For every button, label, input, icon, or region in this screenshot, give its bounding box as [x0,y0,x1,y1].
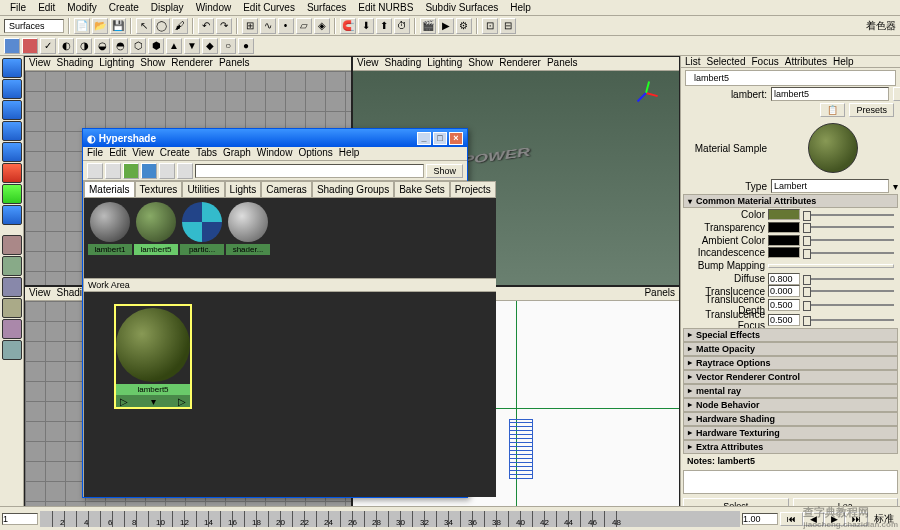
redo-icon[interactable]: ↷ [216,18,232,34]
section-common-material[interactable]: Common Material Attributes [683,194,898,208]
hs-mat-lambert1[interactable]: lambert1 [88,202,132,274]
open-scene-icon[interactable]: 📂 [92,18,108,34]
translucence-depth-slider[interactable] [803,304,894,306]
render-globals-icon[interactable]: ⚙ [456,18,472,34]
diffuse-field[interactable] [768,273,800,285]
menu-edit[interactable]: Edit [32,2,61,13]
menu-editnurbs[interactable]: Edit NURBS [352,2,419,13]
section-mentalray[interactable]: mental ray [683,384,898,398]
hs-mat-lambert5[interactable]: lambert5 [134,202,178,274]
scale-tool[interactable] [2,142,22,162]
ae-presets-button[interactable]: Presets [849,103,894,117]
layout-two-stack[interactable] [2,298,22,318]
shelf-btn-3[interactable]: ✓ [40,38,56,54]
menu-create[interactable]: Create [103,2,145,13]
hs-rtab-materials[interactable]: Materials [84,181,135,198]
shelf-btn-4[interactable]: ◐ [58,38,74,54]
menu-surfaces[interactable]: Surfaces [301,2,352,13]
layout-four[interactable] [2,256,22,276]
ae-presets-icon[interactable]: 📋 [820,103,845,117]
select-tool[interactable] [2,58,22,78]
translucence-depth-field[interactable] [768,299,800,311]
snap-grid-icon[interactable]: ⊞ [242,18,258,34]
node-ports[interactable]: ▷▾▷ [116,395,190,407]
hs-mat-particle[interactable]: partic... [180,202,224,274]
hs-tool-4[interactable] [141,163,157,179]
layout-three[interactable] [2,319,22,339]
shelf-btn-5[interactable]: ◑ [76,38,92,54]
ipr-render-icon[interactable]: ▶ [438,18,454,34]
hs-materials-bin[interactable]: lambert1 lambert5 partic... shader... [84,198,496,278]
lasso-icon[interactable]: ◯ [154,18,170,34]
shelf-btn-14[interactable]: ● [238,38,254,54]
layout2-icon[interactable]: ⊟ [500,18,516,34]
output-op-icon[interactable]: ⬆ [376,18,392,34]
section-node-behavior[interactable]: Node Behavior [683,398,898,412]
minimize-icon[interactable]: _ [417,132,431,145]
section-special-effects[interactable]: Special Effects [683,328,898,342]
undo-icon[interactable]: ↶ [198,18,214,34]
transparency-slider[interactable] [803,226,894,228]
hs-rtab-projects[interactable]: Projects [450,181,496,198]
lasso-tool[interactable] [2,79,22,99]
move-tool[interactable] [2,100,22,120]
soft-mod-tool[interactable] [2,163,22,183]
hs-tool-3[interactable] [123,163,139,179]
module-selector[interactable]: Surfaces [4,19,64,33]
snap-plane-icon[interactable]: ▱ [296,18,312,34]
shelf-btn-11[interactable]: ▼ [184,38,200,54]
rotate-tool[interactable] [2,121,22,141]
hs-rtab-textures[interactable]: Textures [135,181,183,198]
select-tool-icon[interactable]: ↖ [136,18,152,34]
layout-outliner[interactable] [2,340,22,360]
section-vector[interactable]: Vector Renderer Control [683,370,898,384]
new-scene-icon[interactable]: 📄 [74,18,90,34]
menu-file[interactable]: File [4,2,32,13]
section-raytrace[interactable]: Raytrace Options [683,356,898,370]
layout-icon[interactable]: ⊡ [482,18,498,34]
menu-modify[interactable]: Modify [61,2,102,13]
timeline-start-field[interactable] [2,513,38,525]
ae-tab-lambert5[interactable]: lambert5 [685,70,896,86]
hs-mat-shader[interactable]: shader... [226,202,270,274]
hs-rtab-lights[interactable]: Lights [225,181,262,198]
shelf-btn-8[interactable]: ⬡ [130,38,146,54]
translucence-focus-slider[interactable] [803,319,894,321]
timeline-ruler[interactable]: 2468101214161820222426283032343638404244… [40,511,740,527]
hs-tool-6[interactable] [177,163,193,179]
translucence-slider[interactable] [803,290,894,292]
shelf-btn-12[interactable]: ◆ [202,38,218,54]
menu-subdiv[interactable]: Subdiv Surfaces [419,2,504,13]
magnet-icon[interactable]: 🧲 [340,18,356,34]
dropdown-arrow-icon[interactable]: ▾ [893,181,898,192]
hypershade-window[interactable]: ◐ Hypershade _ □ × FileEditViewCreateTab… [82,128,468,498]
transparency-swatch[interactable] [768,222,800,233]
menu-display[interactable]: Display [145,2,190,13]
section-hw-texturing[interactable]: Hardware Texturing [683,426,898,440]
color-slider[interactable] [803,214,894,216]
snap-point-icon[interactable]: • [278,18,294,34]
menu-help[interactable]: Help [504,2,537,13]
layout-single[interactable] [2,235,22,255]
close-icon[interactable]: × [449,132,463,145]
hs-tool-1[interactable] [87,163,103,179]
hs-rtab-bakesets[interactable]: Bake Sets [394,181,450,198]
type-dropdown[interactable] [771,179,889,193]
ae-goto-icon[interactable]: ↗ [893,87,900,101]
shelf-btn-6[interactable]: ◒ [94,38,110,54]
shelf-btn-13[interactable]: ○ [220,38,236,54]
translucence-field[interactable] [768,285,800,297]
bump-map-button[interactable] [768,264,894,268]
diffuse-slider[interactable] [803,278,894,280]
snap-live-icon[interactable]: ◈ [314,18,330,34]
section-extra[interactable]: Extra Attributes [683,440,898,454]
shelf-btn-1[interactable] [4,38,20,54]
maximize-icon[interactable]: □ [433,132,447,145]
hs-workarea[interactable]: lambert5 ▷▾▷ [84,292,496,497]
show-manip-tool[interactable] [2,184,22,204]
section-hw-shading[interactable]: Hardware Shading [683,412,898,426]
shelf-btn-9[interactable]: ⬢ [148,38,164,54]
section-matte[interactable]: Matte Opacity [683,342,898,356]
input-op-icon[interactable]: ⬇ [358,18,374,34]
play-start-icon[interactable]: ⏮ [780,512,803,526]
